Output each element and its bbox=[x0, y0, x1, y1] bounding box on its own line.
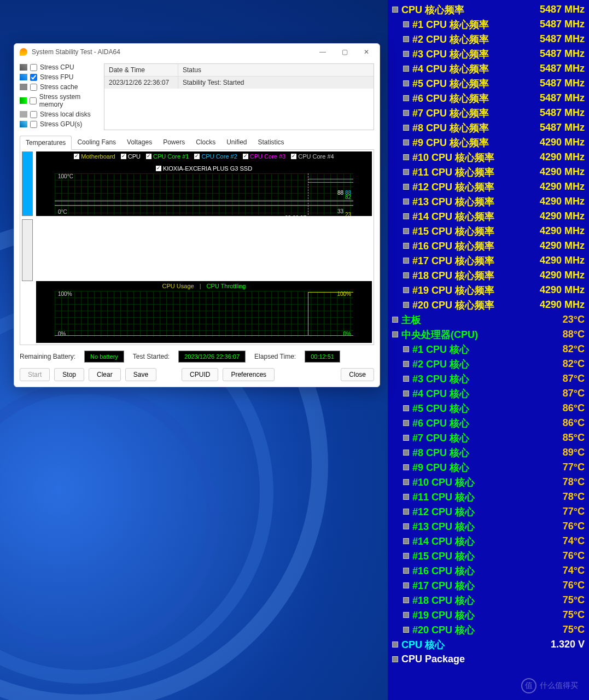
time-marker bbox=[308, 173, 308, 215]
titlebar[interactable]: System Stability Test - AIDA64 — ▢ ✕ bbox=[14, 44, 380, 60]
osd-label: #1 CPU 核心 bbox=[412, 343, 469, 356]
osd-label: #9 CPU 核心 bbox=[412, 461, 469, 474]
osd-label: #1 CPU 核心频率 bbox=[412, 18, 489, 31]
stress-cache-checkbox[interactable] bbox=[30, 84, 37, 91]
tab-unified[interactable]: Unified bbox=[221, 136, 252, 149]
sensor-icon bbox=[403, 523, 409, 529]
sensor-icon bbox=[403, 450, 409, 456]
cpuid-button[interactable]: CPUID bbox=[182, 368, 218, 381]
temp-scrollbar[interactable] bbox=[22, 151, 33, 216]
osd-value: 88°C bbox=[563, 329, 585, 340]
osd-label: #16 CPU 核心 bbox=[412, 564, 475, 578]
osd-label: #8 CPU 核心频率 bbox=[412, 121, 489, 135]
usage-scrollbar[interactable] bbox=[22, 219, 33, 281]
checkbox-icon bbox=[146, 154, 151, 159]
stress-fpu-checkbox[interactable] bbox=[30, 74, 37, 81]
stress-fpu[interactable]: Stress FPU bbox=[20, 73, 101, 81]
osd-row: CPU 核心频率5487 MHz bbox=[392, 2, 585, 17]
osd-value: 5487 MHz bbox=[540, 48, 585, 60]
osd-row: #16 CPU 核心频率4290 MHz bbox=[392, 238, 585, 253]
stress-gpu[interactable]: Stress GPU(s) bbox=[20, 120, 101, 128]
sensor-icon bbox=[403, 51, 409, 57]
osd-label: #18 CPU 核心 bbox=[412, 594, 475, 607]
preferences-button[interactable]: Preferences bbox=[223, 368, 275, 381]
sensor-icon bbox=[403, 302, 409, 308]
minimize-button[interactable]: — bbox=[312, 45, 334, 59]
stop-button[interactable]: Stop bbox=[54, 368, 84, 381]
osd-value: 4290 MHz bbox=[540, 299, 585, 311]
event-row: 2023/12/26 22:36:07 Stability Test: Star… bbox=[104, 77, 374, 89]
tab-voltages[interactable]: Voltages bbox=[121, 136, 158, 149]
started-label: Test Started: bbox=[133, 353, 170, 360]
tab-powers[interactable]: Powers bbox=[158, 136, 190, 149]
sensor-icon bbox=[403, 494, 409, 500]
osd-label: #6 CPU 核心频率 bbox=[412, 92, 489, 105]
legend-item: CPU Throttling bbox=[207, 283, 246, 289]
legend-item[interactable]: KIOXIA-EXCERIA PLUS G3 SSD bbox=[156, 165, 252, 172]
osd-value: 86°C bbox=[563, 402, 585, 414]
osd-label: #8 CPU 核心 bbox=[412, 446, 469, 459]
osd-label: #17 CPU 核心 bbox=[412, 579, 475, 592]
osd-value: 82°C bbox=[563, 343, 585, 355]
stress-cpu-checkbox[interactable] bbox=[30, 64, 37, 71]
aida64-window[interactable]: System Stability Test - AIDA64 — ▢ ✕ Str… bbox=[14, 43, 380, 387]
stress-mem[interactable]: Stress system memory bbox=[20, 93, 101, 108]
tab-statistics[interactable]: Statistics bbox=[253, 136, 290, 149]
sensor-icon bbox=[403, 627, 409, 633]
osd-row: #11 CPU 核心78°C bbox=[392, 489, 585, 504]
checkbox-label: Stress GPU(s) bbox=[40, 120, 82, 128]
sensor-icon bbox=[403, 464, 409, 470]
osd-value: 4290 MHz bbox=[540, 211, 585, 222]
legend-item[interactable]: CPU Core #3 bbox=[243, 153, 285, 160]
y-bot-u: 0% bbox=[58, 331, 66, 337]
stress-options: Stress CPUStress FPUStress cacheStress s… bbox=[20, 63, 101, 130]
sensor-icon bbox=[403, 479, 409, 485]
clear-button[interactable]: Clear bbox=[89, 368, 121, 381]
tab-cooling-fans[interactable]: Cooling Fans bbox=[72, 136, 121, 149]
sensor-icon bbox=[403, 213, 409, 219]
close-window-button[interactable]: Close bbox=[341, 368, 374, 381]
osd-row: #18 CPU 核心75°C bbox=[392, 593, 585, 608]
stress-mem-checkbox[interactable] bbox=[30, 97, 37, 104]
close-button[interactable]: ✕ bbox=[355, 45, 377, 59]
tab-clocks[interactable]: Clocks bbox=[190, 136, 221, 149]
maximize-button[interactable]: ▢ bbox=[334, 45, 355, 59]
trace-usage bbox=[308, 292, 353, 293]
sensor-icon bbox=[403, 169, 409, 175]
sensor-icon bbox=[403, 597, 409, 603]
stress-disk[interactable]: Stress local disks bbox=[20, 110, 101, 118]
osd-label: #3 CPU 核心 bbox=[412, 372, 469, 386]
sensor-icon bbox=[403, 420, 409, 426]
osd-value: 85°C bbox=[563, 432, 585, 444]
legend-item[interactable]: Motherboard bbox=[74, 153, 115, 160]
osd-label: #2 CPU 核心频率 bbox=[412, 33, 489, 46]
checkbox-icon bbox=[121, 154, 126, 159]
legend-item[interactable]: CPU Core #2 bbox=[194, 153, 237, 160]
osd-row: #8 CPU 核心89°C bbox=[392, 445, 585, 460]
osd-value: 87°C bbox=[563, 373, 585, 384]
osd-label: #16 CPU 核心频率 bbox=[412, 240, 494, 253]
checkbox-icon bbox=[156, 166, 161, 171]
osd-value: 86°C bbox=[563, 417, 585, 429]
osd-value: 4290 MHz bbox=[540, 240, 585, 252]
stress-disk-checkbox[interactable] bbox=[30, 111, 37, 118]
tab-temperatures[interactable]: Temperatures bbox=[20, 136, 72, 150]
osd-label: 中央处理器(CPU) bbox=[401, 328, 478, 341]
reading-label: 23 bbox=[345, 212, 351, 216]
legend-item[interactable]: CPU bbox=[121, 153, 141, 160]
status-row: Remaining Battery: No battery Test Start… bbox=[20, 351, 374, 363]
disk-icon bbox=[20, 111, 27, 118]
stress-gpu-checkbox[interactable] bbox=[30, 121, 37, 128]
legend-item[interactable]: CPU Core #4 bbox=[291, 153, 334, 160]
sensor-icon bbox=[403, 582, 409, 588]
save-button[interactable]: Save bbox=[125, 368, 156, 381]
stress-cpu[interactable]: Stress CPU bbox=[20, 63, 101, 71]
col-datetime: Date & Time bbox=[104, 64, 178, 76]
sensor-icon bbox=[392, 317, 398, 323]
osd-row: #6 CPU 核心86°C bbox=[392, 416, 585, 430]
start-button[interactable]: Start bbox=[20, 368, 50, 381]
stress-cache[interactable]: Stress cache bbox=[20, 83, 101, 91]
sensor-icon bbox=[403, 390, 409, 396]
osd-label: #14 CPU 核心 bbox=[412, 535, 475, 548]
legend-item[interactable]: CPU Core #1 bbox=[146, 153, 189, 160]
